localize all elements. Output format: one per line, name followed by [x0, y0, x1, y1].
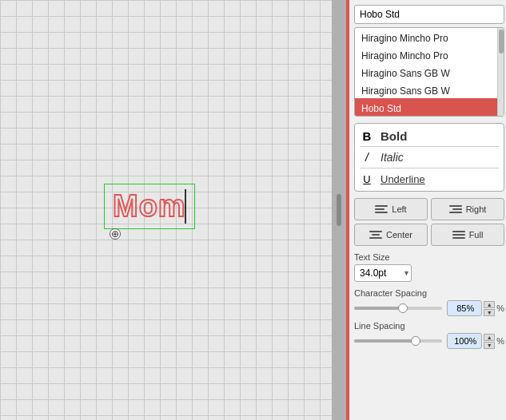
underline-label: Underline: [380, 173, 425, 185]
align-center-icon: [369, 231, 382, 239]
style-divider-2: [360, 168, 499, 168]
font-list-item[interactable]: Hiragino Sans GB W: [355, 63, 497, 81]
font-search-input[interactable]: [354, 5, 504, 24]
line-spacing-stepper: ▲ ▼: [484, 334, 495, 349]
align-line: [452, 237, 465, 239]
font-list-item[interactable]: Hiragino Sans GB W: [355, 81, 497, 98]
character-spacing-label: Character Spacing: [354, 288, 504, 298]
bold-letter: B: [363, 129, 372, 143]
italic-letter: /: [365, 151, 369, 164]
font-list-item[interactable]: Hiragino Mincho Pro: [355, 28, 497, 46]
underline-icon: U: [360, 172, 374, 186]
character-spacing-input[interactable]: [447, 300, 482, 316]
line-spacing-label: Line Spacing: [354, 321, 504, 331]
bold-label: Bold: [380, 129, 407, 143]
text-size-input[interactable]: [354, 264, 412, 282]
character-spacing-increment[interactable]: ▲: [484, 301, 495, 308]
align-line: [449, 212, 462, 213]
panel-divider: [332, 0, 346, 420]
line-spacing-row: ▲ ▼ %: [354, 333, 504, 349]
line-spacing-thumb[interactable]: [411, 336, 420, 346]
align-center-button[interactable]: Center: [354, 224, 428, 246]
align-line: [449, 205, 462, 207]
transform-handle[interactable]: [110, 228, 121, 240]
line-spacing-fill: [354, 339, 416, 343]
canvas-text: Mom: [105, 184, 194, 228]
italic-icon: /: [360, 150, 374, 164]
align-left-label: Left: [392, 204, 406, 214]
font-list-item-selected[interactable]: Hobo Std: [355, 98, 497, 116]
character-spacing-decrement[interactable]: ▼: [484, 309, 495, 316]
style-divider-1: [360, 146, 499, 147]
align-line: [452, 234, 465, 236]
line-spacing-section: Line Spacing ▲ ▼ %: [354, 321, 504, 349]
character-spacing-track[interactable]: [354, 307, 442, 310]
resize-handle[interactable]: [337, 194, 341, 226]
align-left-button[interactable]: Left: [354, 198, 428, 220]
align-line: [375, 208, 384, 210]
character-spacing-unit: %: [496, 303, 504, 313]
canvas: Mom: [0, 0, 332, 420]
character-spacing-section: Character Spacing ▲ ▼ %: [354, 288, 504, 316]
right-panel: Hiragino Mincho Pro Hiragino Mincho Pro …: [349, 0, 506, 420]
text-cursor: [185, 189, 186, 224]
align-line: [369, 231, 382, 232]
align-line: [369, 237, 382, 239]
font-list-item[interactable]: Hiragino Mincho Pro: [355, 46, 497, 63]
text-size-input-wrap: ▼: [354, 264, 412, 282]
align-line: [375, 212, 388, 213]
text-size-row: ▼: [354, 264, 504, 282]
align-line: [452, 208, 462, 210]
line-spacing-input[interactable]: [447, 333, 482, 349]
bold-icon: B: [360, 129, 374, 143]
align-right-button[interactable]: Right: [431, 198, 504, 220]
text-element[interactable]: Mom: [104, 184, 195, 229]
character-spacing-row: ▲ ▼ %: [354, 300, 504, 316]
line-spacing-track[interactable]: [354, 339, 442, 343]
line-spacing-unit: %: [496, 336, 504, 346]
align-center-label: Center: [386, 230, 412, 240]
align-line: [372, 234, 380, 236]
align-left-icon: [375, 205, 388, 213]
font-style-box: B Bold / Italic U Underline: [354, 123, 504, 192]
font-scrollbar[interactable]: [497, 28, 504, 116]
align-full-label: Full: [469, 230, 484, 240]
font-list: Hiragino Mincho Pro Hiragino Mincho Pro …: [354, 27, 504, 117]
italic-label: Italic: [380, 151, 404, 164]
character-spacing-value-wrap: ▲ ▼ %: [447, 300, 504, 316]
text-size-section: Text Size ▼: [354, 252, 504, 282]
underline-letter: U: [363, 173, 370, 185]
text-size-label: Text Size: [354, 252, 504, 262]
align-right-label: Right: [466, 204, 487, 214]
align-line: [452, 231, 465, 232]
character-spacing-fill: [354, 307, 403, 310]
italic-style-row[interactable]: / Italic: [360, 149, 499, 166]
alignment-grid: Left Right Center: [354, 198, 504, 246]
align-line: [375, 205, 388, 207]
character-spacing-stepper: ▲ ▼: [484, 301, 495, 316]
underline-style-row[interactable]: U Underline: [360, 170, 499, 188]
character-spacing-thumb[interactable]: [398, 303, 408, 313]
align-right-icon: [449, 205, 462, 213]
line-spacing-value-wrap: ▲ ▼ %: [447, 333, 504, 349]
bold-style-row[interactable]: B Bold: [360, 127, 499, 145]
align-full-button[interactable]: Full: [431, 224, 504, 246]
font-scrollbar-thumb[interactable]: [499, 30, 504, 53]
line-spacing-increment[interactable]: ▲: [484, 334, 495, 341]
align-full-icon: [452, 231, 465, 239]
line-spacing-decrement[interactable]: ▼: [484, 342, 495, 349]
